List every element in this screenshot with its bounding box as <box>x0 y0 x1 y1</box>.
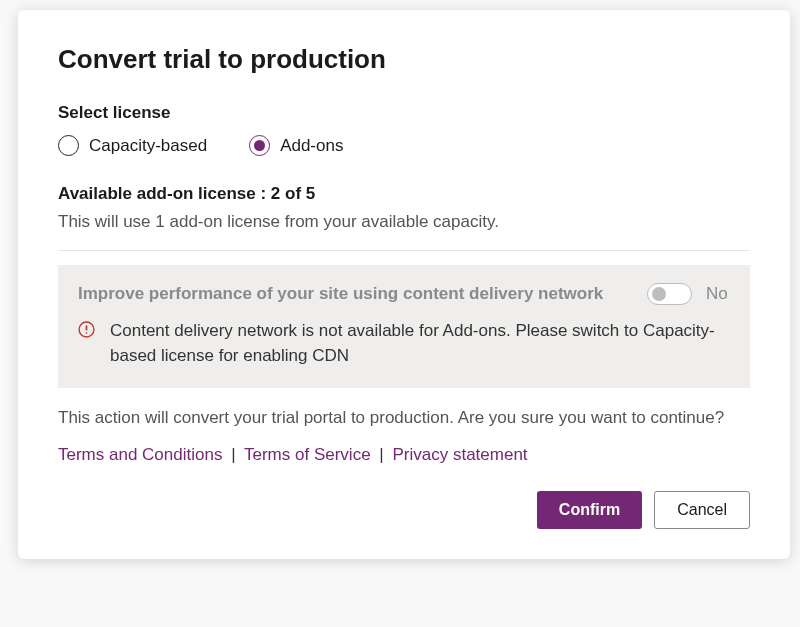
cdn-toggle[interactable] <box>647 283 692 305</box>
radio-unchecked-icon <box>58 135 79 156</box>
license-usage-text: This will use 1 add-on license from your… <box>58 212 750 232</box>
radio-addons-label: Add-ons <box>280 136 343 156</box>
cancel-button[interactable]: Cancel <box>654 491 750 529</box>
info-icon <box>78 319 98 342</box>
svg-rect-1 <box>86 325 88 330</box>
toggle-knob-icon <box>652 287 666 301</box>
dialog-actions: Confirm Cancel <box>58 491 750 529</box>
cdn-warning-message: Content delivery network is not availabl… <box>110 319 730 368</box>
radio-checked-icon <box>249 135 270 156</box>
cdn-info-row: Content delivery network is not availabl… <box>78 319 730 368</box>
radio-add-ons[interactable]: Add-ons <box>249 135 343 156</box>
terms-and-conditions-link[interactable]: Terms and Conditions <box>58 445 222 464</box>
legal-links: Terms and Conditions | Terms of Service … <box>58 445 750 465</box>
radio-capacity-label: Capacity-based <box>89 136 207 156</box>
cdn-title: Improve performance of your site using c… <box>78 284 633 304</box>
dialog-title: Convert trial to production <box>58 44 750 75</box>
confirm-button[interactable]: Confirm <box>537 491 642 529</box>
cdn-toggle-state: No <box>706 284 730 304</box>
license-radio-group: Capacity-based Add-ons <box>58 135 750 156</box>
svg-rect-2 <box>86 332 88 334</box>
cdn-header: Improve performance of your site using c… <box>78 283 730 305</box>
divider <box>58 250 750 251</box>
available-license-count: Available add-on license : 2 of 5 <box>58 184 750 204</box>
convert-trial-dialog: Convert trial to production Select licen… <box>18 10 790 559</box>
radio-capacity-based[interactable]: Capacity-based <box>58 135 207 156</box>
select-license-label: Select license <box>58 103 750 123</box>
terms-of-service-link[interactable]: Terms of Service <box>244 445 371 464</box>
cdn-panel: Improve performance of your site using c… <box>58 265 750 388</box>
link-separator: | <box>379 445 383 464</box>
link-separator: | <box>231 445 235 464</box>
confirmation-text: This action will convert your trial port… <box>58 406 750 431</box>
privacy-statement-link[interactable]: Privacy statement <box>392 445 527 464</box>
